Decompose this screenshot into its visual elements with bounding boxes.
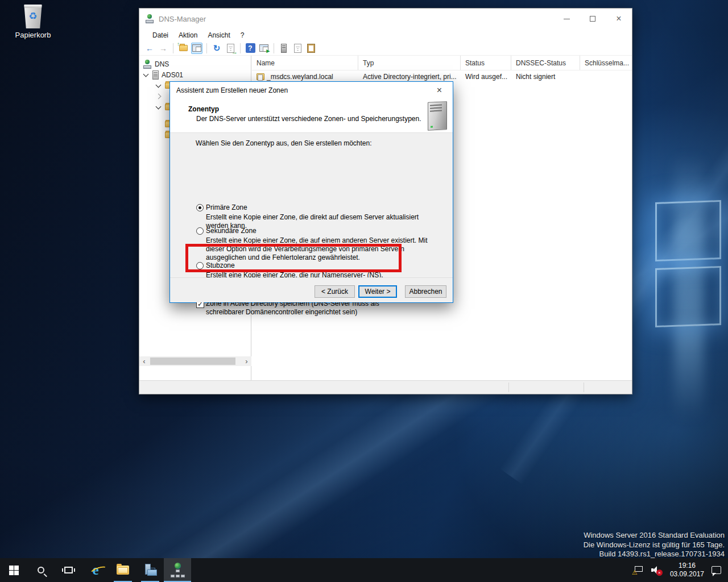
close-button[interactable]: × <box>606 9 632 29</box>
folder-icon <box>179 45 188 51</box>
start-button[interactable] <box>0 558 27 582</box>
minimize-button[interactable] <box>553 9 580 29</box>
statusbar-divider <box>584 383 584 392</box>
column-header-typ[interactable]: Typ <box>358 56 461 70</box>
clock-time: 19:16 <box>670 562 704 570</box>
evaluation-watermark: Windows Server 2016 Standard Evaluation … <box>584 531 725 559</box>
close-icon: × <box>616 14 621 23</box>
taskbar-clock[interactable]: 19:16 03.09.2017 <box>670 562 704 579</box>
computer-icon[interactable] <box>278 43 289 54</box>
tree-item-folder[interactable] <box>156 91 160 102</box>
column-header-name[interactable]: Name <box>252 56 358 70</box>
radio-stub-zone[interactable] <box>196 262 204 269</box>
server-illustration-icon <box>428 101 447 131</box>
radio-primary-zone-label[interactable]: Primäre Zone <box>206 203 247 211</box>
menu-bar: Datei Aktion Ansicht ? <box>139 29 632 41</box>
server-manager-button[interactable] <box>136 558 164 582</box>
internet-explorer-icon: e <box>92 562 98 578</box>
column-header-schluessel[interactable]: Schlüsselma... <box>580 56 632 70</box>
internet-explorer-button[interactable]: e <box>82 558 109 582</box>
toolbar-separator <box>206 43 207 53</box>
dialog-close-button[interactable]: × <box>427 82 452 98</box>
zone-dnssec-status: Nicht signiert <box>511 73 580 81</box>
secondary-zone-description: Erstellt eine Kopie einer Zone, die auf … <box>206 236 433 262</box>
menu-ansicht[interactable]: Ansicht <box>202 30 235 40</box>
zone-typ: Active Directory-integriert, pri... <box>358 73 461 81</box>
tree-item-dns-root[interactable]: DNS <box>143 59 169 69</box>
action-center-icon[interactable] <box>712 566 721 574</box>
document-icon <box>294 44 301 53</box>
page-title: Zonentyp <box>188 105 219 113</box>
help-icon[interactable]: ? <box>245 43 256 54</box>
network-status-icon[interactable]: ⚠ <box>634 566 644 574</box>
up-one-level-icon[interactable]: ↑ <box>177 43 189 54</box>
toolbar-separator <box>240 43 241 53</box>
clipboard-icon[interactable] <box>305 43 317 54</box>
zone-icon <box>257 73 264 80</box>
menu-hilfe[interactable]: ? <box>235 30 250 40</box>
dns-manager-taskbar-button[interactable] <box>164 558 191 582</box>
zone-status: Wird ausgef... <box>461 73 511 81</box>
windows-logo-icon <box>9 566 19 575</box>
search-icon <box>38 567 44 573</box>
refresh-icon[interactable]: ↻ <box>211 43 222 54</box>
toolbar-separator <box>173 43 173 53</box>
chevron-right-icon[interactable] <box>156 94 162 99</box>
properties-list-icon[interactable] <box>292 43 303 54</box>
radio-secondary-zone-label[interactable]: Sekundäre Zone <box>206 227 257 235</box>
file-explorer-button[interactable] <box>109 558 136 582</box>
column-header-status[interactable]: Status <box>461 56 511 70</box>
system-tray: ⚠ × 19:16 03.09.2017 <box>634 558 728 582</box>
recycle-bin-label: Papierkorb <box>11 31 55 39</box>
console-window-icon <box>192 44 201 52</box>
next-button[interactable]: Weiter > <box>358 285 397 298</box>
chevron-down-icon[interactable] <box>156 103 162 109</box>
volume-muted-icon[interactable]: × <box>651 566 663 575</box>
server-tower-icon <box>281 44 287 53</box>
dialog-title: Assistent zum Erstellen neuer Zonen <box>176 86 288 94</box>
question-mark-icon: ? <box>246 43 255 53</box>
column-header-dnssec[interactable]: DNSSEC-Status <box>511 56 580 70</box>
horizontal-scrollbar[interactable]: ‹ › <box>139 356 251 366</box>
scroll-right-arrow[interactable]: › <box>242 356 251 366</box>
show-console-tree-icon[interactable] <box>191 43 202 54</box>
dns-app-icon <box>145 14 154 23</box>
cancel-button[interactable]: Abbrechen <box>405 285 446 298</box>
play-icon: ▸ <box>266 47 270 55</box>
clipboard-shape <box>307 44 315 53</box>
zone-type-prompt: Wählen Sie den Zonentyp aus, den Sie ers… <box>196 139 372 147</box>
wizard-page-body: Wählen Sie den Zonentyp aus, den Sie ers… <box>170 133 453 278</box>
menu-aktion[interactable]: Aktion <box>173 30 202 40</box>
export-list-icon[interactable]: → <box>225 43 236 54</box>
scrollbar-thumb[interactable] <box>150 357 235 365</box>
chevron-down-icon[interactable] <box>156 82 162 88</box>
scroll-left-arrow[interactable]: ‹ <box>139 356 149 366</box>
chevron-down-icon[interactable] <box>143 71 149 77</box>
wizard-footer: < Zurück Weiter > Abbrechen <box>170 277 453 302</box>
dns-manager-icon <box>170 563 185 577</box>
forward-icon[interactable]: → <box>158 43 169 54</box>
back-icon[interactable]: ← <box>144 43 155 54</box>
server-manager-icon <box>143 564 157 576</box>
recycle-bin-lid <box>24 5 42 8</box>
taskbar: e ⚠ × 19:16 03.09.2017 <box>0 558 728 582</box>
dialog-titlebar[interactable]: Assistent zum Erstellen neuer Zonen × <box>170 82 453 99</box>
tree-label-ads01: ADS01 <box>162 71 183 79</box>
menu-datei[interactable]: Datei <box>147 30 173 40</box>
recycle-bin[interactable]: ♻ Papierkorb <box>11 5 55 39</box>
tree-label-dns: DNS <box>155 60 169 68</box>
taskbar-search-button[interactable] <box>27 558 55 582</box>
tree-item-server[interactable]: ADS01 <box>144 69 183 80</box>
task-view-button[interactable] <box>55 558 82 582</box>
new-window-icon[interactable]: ▸ <box>258 43 270 54</box>
radio-stub-zone-label[interactable]: Stubzone <box>206 261 235 269</box>
watermark-line-2: Die Windows-Lizenz ist gültig für 165 Ta… <box>584 541 725 550</box>
wizard-page-header: Zonentyp Der DNS-Server unterstützt vers… <box>170 99 453 133</box>
radio-secondary-zone[interactable] <box>196 227 204 235</box>
maximize-button[interactable] <box>580 9 606 29</box>
radio-primary-zone[interactable] <box>196 204 204 211</box>
new-zone-wizard-dialog: Assistent zum Erstellen neuer Zonen × Zo… <box>169 81 453 303</box>
window-titlebar[interactable]: DNS-Manager × <box>139 9 632 29</box>
recycle-symbol-icon: ♻ <box>23 10 43 22</box>
back-button[interactable]: < Zurück <box>315 285 355 298</box>
